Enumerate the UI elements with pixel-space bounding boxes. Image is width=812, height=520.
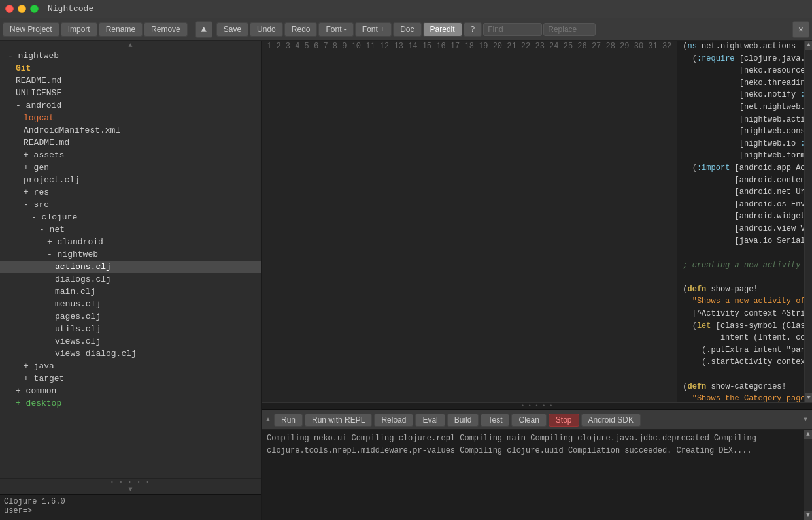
tree-item[interactable]: - src bbox=[0, 199, 261, 211]
tree-item[interactable]: README.md bbox=[0, 137, 261, 149]
tree-item[interactable]: - nightweb bbox=[0, 50, 261, 62]
bottom-scroll-dn[interactable]: ▼ bbox=[802, 416, 809, 423]
new-project-button[interactable]: New Project bbox=[3, 22, 59, 37]
console-row: Compiling neko.ui Compiling clojure.repl… bbox=[262, 430, 812, 520]
tree-item[interactable]: Git bbox=[0, 62, 261, 74]
tree-item[interactable]: + java bbox=[0, 360, 261, 372]
console-scroll-track[interactable] bbox=[804, 439, 812, 511]
toolbar-close-button[interactable]: ✕ bbox=[792, 21, 809, 38]
console-scrollbar[interactable]: ▲ ▼ bbox=[804, 430, 812, 520]
editor-scrollbar-right[interactable]: ▲ ▼ bbox=[804, 41, 812, 402]
tree-item[interactable]: logcat bbox=[0, 112, 261, 124]
tree-item[interactable]: + clandroid bbox=[0, 236, 261, 248]
console-scroll-down[interactable]: ▼ bbox=[804, 511, 812, 520]
tree-item[interactable]: utils.clj bbox=[0, 323, 261, 335]
bottom-toolbar: ▲ Run Run with REPL Reload Eval Build Te… bbox=[262, 410, 812, 430]
sidebar-tree[interactable]: - nightwebGitREADME.mdUNLICENSE- android… bbox=[0, 50, 261, 478]
code-editor[interactable]: 1 2 3 4 5 6 7 8 9 10 11 12 13 14 15 16 1… bbox=[262, 41, 804, 402]
repl-version: Clojure 1.6.0 bbox=[4, 497, 257, 506]
doc-button[interactable]: Doc bbox=[393, 22, 421, 37]
tree-item[interactable]: - nightweb bbox=[0, 248, 261, 261]
question-button[interactable]: ? bbox=[464, 22, 482, 37]
tree-item[interactable]: menus.clj bbox=[0, 298, 261, 310]
editor-scroll-up-arrow[interactable]: ▲ bbox=[805, 41, 812, 50]
sidebar-scroll-up[interactable]: ▲ bbox=[0, 41, 261, 50]
replace-input[interactable] bbox=[543, 23, 596, 36]
undo-button[interactable]: Undo bbox=[250, 22, 283, 37]
tree-item[interactable]: pages.clj bbox=[0, 310, 261, 323]
tree-item[interactable]: views.clj bbox=[0, 335, 261, 348]
save-button[interactable]: Save bbox=[216, 22, 248, 37]
clean-button[interactable]: Clean bbox=[511, 414, 546, 427]
redo-button[interactable]: Redo bbox=[284, 22, 318, 37]
line-numbers: 1 2 3 4 5 6 7 8 9 10 11 12 13 14 15 16 1… bbox=[262, 41, 677, 402]
tree-item[interactable]: views_dialog.clj bbox=[0, 348, 261, 360]
tree-item[interactable]: + assets bbox=[0, 149, 261, 161]
stop-button[interactable]: Stop bbox=[549, 414, 579, 427]
run-with-repl-button[interactable]: Run with REPL bbox=[305, 414, 372, 427]
close-button[interactable] bbox=[5, 5, 14, 13]
rename-button[interactable]: Rename bbox=[99, 22, 143, 37]
bottom-panel: ▲ Run Run with REPL Reload Eval Build Te… bbox=[262, 409, 812, 520]
sidebar-separator: • • • • • bbox=[0, 478, 261, 485]
import-button[interactable]: Import bbox=[61, 22, 97, 37]
build-button[interactable]: Build bbox=[447, 414, 479, 427]
tree-item[interactable]: actions.clj bbox=[0, 261, 261, 273]
font-plus-button[interactable]: Font + bbox=[355, 22, 392, 37]
tree-item[interactable]: - net bbox=[0, 223, 261, 236]
tree-item[interactable]: main.clj bbox=[0, 285, 261, 298]
editor-scroll-track[interactable] bbox=[805, 50, 812, 393]
font-minus-button[interactable]: Font - bbox=[318, 22, 353, 37]
reload-button[interactable]: Reload bbox=[374, 414, 413, 427]
run-button[interactable]: Run bbox=[274, 414, 303, 427]
editor-area: 1 2 3 4 5 6 7 8 9 10 11 12 13 14 15 16 1… bbox=[262, 41, 812, 520]
tree-item[interactable]: dialogs.clj bbox=[0, 273, 261, 285]
tree-item[interactable]: + gen bbox=[0, 161, 261, 174]
tree-item[interactable]: + desktop bbox=[0, 397, 261, 410]
find-input[interactable] bbox=[483, 23, 542, 36]
test-button[interactable]: Test bbox=[481, 414, 509, 427]
toolbar: New Project Import Rename Remove ▲ Save … bbox=[0, 18, 812, 41]
tree-item[interactable]: + res bbox=[0, 186, 261, 199]
minimize-button[interactable] bbox=[18, 5, 26, 13]
editor-scroll-down-arrow[interactable]: ▼ bbox=[805, 393, 812, 402]
main-area: ▲ - nightwebGitREADME.mdUNLICENSE- andro… bbox=[0, 41, 812, 520]
tree-item[interactable]: - android bbox=[0, 99, 261, 112]
editor-scrollbar-bottom[interactable]: • • • • • bbox=[262, 402, 812, 409]
repl-prompt: user=> bbox=[4, 506, 257, 515]
tree-item[interactable]: + target bbox=[0, 372, 261, 385]
tree-item[interactable]: README.md bbox=[0, 74, 261, 87]
tree-item[interactable]: project.clj bbox=[0, 174, 261, 186]
bottom-scroll-up[interactable]: ▲ bbox=[264, 416, 272, 423]
app-title: Nightcode bbox=[48, 4, 93, 14]
tree-item[interactable]: - clojure bbox=[0, 211, 261, 223]
repl-area: Clojure 1.6.0 user=> bbox=[0, 494, 261, 520]
sidebar-scroll-down[interactable]: ▼ bbox=[0, 485, 261, 494]
code-content[interactable]: (ns net.nightweb.actions (:require [cloj… bbox=[677, 41, 804, 402]
tree-item[interactable]: AndroidManifest.xml bbox=[0, 124, 261, 137]
maximize-button[interactable] bbox=[30, 5, 39, 13]
android-sdk-button[interactable]: Android SDK bbox=[581, 414, 641, 427]
tree-item[interactable]: + common bbox=[0, 385, 261, 397]
scroll-up-button[interactable]: ▲ bbox=[195, 21, 212, 38]
remove-button[interactable]: Remove bbox=[144, 22, 188, 37]
tree-item[interactable]: UNLICENSE bbox=[0, 87, 261, 99]
paredit-button[interactable]: Paredit bbox=[423, 22, 462, 37]
console-output[interactable]: Compiling neko.ui Compiling clojure.repl… bbox=[262, 430, 804, 520]
console-scroll-up[interactable]: ▲ bbox=[804, 430, 812, 439]
sidebar: ▲ - nightwebGitREADME.mdUNLICENSE- andro… bbox=[0, 41, 262, 520]
titlebar: Nightcode bbox=[0, 0, 812, 18]
eval-button[interactable]: Eval bbox=[415, 414, 445, 427]
